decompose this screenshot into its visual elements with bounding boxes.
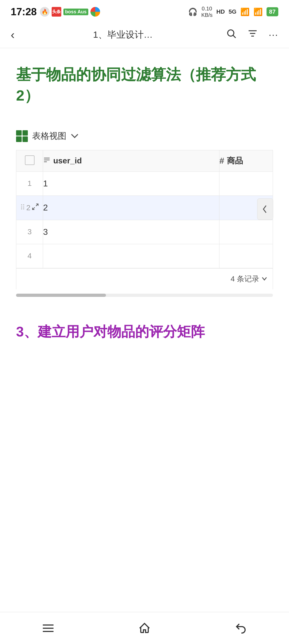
headphone-icon: 🎧 bbox=[188, 7, 197, 16]
bottom-nav bbox=[0, 612, 289, 644]
number-type-icon: # bbox=[219, 156, 224, 166]
status-icons: 🔥 头条 boss Aus bbox=[40, 7, 100, 17]
data-table: user_id # 商品 1 bbox=[16, 150, 273, 268]
svg-point-0 bbox=[228, 30, 234, 36]
horizontal-scrollbar[interactable] bbox=[16, 289, 273, 301]
row-number-1: 1 bbox=[16, 171, 43, 195]
cell-user-id-1[interactable]: 1 bbox=[43, 171, 219, 195]
table-view-header[interactable]: 表格视图 bbox=[16, 128, 273, 145]
row-number-2: ⠿ 2 bbox=[16, 195, 43, 220]
records-dropdown-icon[interactable] bbox=[261, 275, 267, 282]
back-nav-button[interactable] bbox=[225, 618, 257, 639]
cell-product-4[interactable] bbox=[219, 244, 273, 268]
table-row: ⠿ 2 bbox=[16, 195, 273, 220]
status-right: 🎧 0.10KB/s HD 5G 📶 📶 87 bbox=[188, 5, 278, 18]
table-view-grid-icon bbox=[16, 130, 28, 142]
records-footer: 4 条记录 bbox=[16, 268, 273, 289]
nav-bar: ‹ 1、毕业设计… ··· bbox=[0, 21, 289, 48]
cell-product-1[interactable] bbox=[219, 171, 273, 195]
5g-icon: 5G bbox=[229, 8, 236, 15]
table-row: 1 1 bbox=[16, 171, 273, 195]
records-count[interactable]: 4 条记录 bbox=[231, 274, 267, 284]
menu-button[interactable] bbox=[32, 618, 64, 639]
cell-user-id-4[interactable] bbox=[43, 244, 219, 268]
flame-icon: 🔥 bbox=[40, 7, 50, 17]
text-type-icon bbox=[43, 156, 51, 166]
svg-line-1 bbox=[233, 36, 235, 38]
expand-row-icon[interactable] bbox=[32, 203, 39, 212]
row-number-3: 3 bbox=[16, 220, 43, 244]
signal-icon: 📶 bbox=[240, 7, 250, 16]
page-title: 1、毕业设计… bbox=[20, 29, 226, 41]
collapse-panel-button[interactable] bbox=[257, 198, 273, 220]
scrollbar-thumb[interactable] bbox=[16, 294, 106, 297]
more-button[interactable]: ··· bbox=[269, 29, 278, 40]
wifi-icon: 📶 bbox=[253, 7, 263, 16]
cell-user-id-3[interactable]: 3 bbox=[43, 220, 219, 244]
table-header-row: user_id # 商品 bbox=[16, 150, 273, 171]
th-product[interactable]: # 商品 bbox=[219, 150, 273, 171]
main-content: 基于物品的协同过滤算法（推荐方式2） 表格视图 bbox=[0, 48, 289, 400]
headline-icon: 头条 bbox=[52, 7, 61, 17]
back-button[interactable]: ‹ bbox=[11, 28, 20, 41]
section-2-title: 基于物品的协同过滤算法（推荐方式2） bbox=[16, 64, 273, 106]
th-user-id-label: user_id bbox=[53, 156, 82, 165]
table-view-label: 表格视图 bbox=[32, 130, 66, 142]
status-time: 17:28 bbox=[11, 6, 37, 18]
search-button[interactable] bbox=[226, 28, 237, 41]
th-user-id[interactable]: user_id bbox=[43, 150, 219, 171]
filter-button[interactable] bbox=[247, 28, 258, 41]
drag-handle-icon[interactable]: ⠿ bbox=[20, 204, 25, 212]
svg-line-8 bbox=[36, 204, 38, 206]
table-row: 3 3 bbox=[16, 220, 273, 244]
scrollbar-track bbox=[16, 294, 273, 297]
network-speed: 0.10KB/s bbox=[201, 5, 212, 18]
th-product-label: 商品 bbox=[227, 155, 243, 166]
th-checkbox[interactable] bbox=[16, 150, 43, 171]
boss-icon: boss Aus bbox=[63, 9, 88, 15]
grid-color-icon bbox=[90, 7, 100, 17]
section-3-title: 3、建立用户对物品的评分矩阵 bbox=[16, 323, 273, 341]
table-container: user_id # 商品 1 bbox=[16, 150, 273, 268]
hd-icon: HD bbox=[216, 8, 225, 15]
svg-line-9 bbox=[32, 208, 35, 210]
row-number-4: 4 bbox=[16, 244, 43, 268]
status-left: 17:28 🔥 头条 boss Aus bbox=[11, 6, 100, 18]
checkbox-select-all[interactable] bbox=[25, 155, 35, 165]
battery-indicator: 87 bbox=[267, 7, 278, 16]
cell-product-3[interactable] bbox=[219, 220, 273, 244]
table-row: 4 bbox=[16, 244, 273, 268]
status-bar: 17:28 🔥 头条 boss Aus 🎧 0.10KB/s HD 5G 📶 📶… bbox=[0, 0, 289, 21]
nav-actions: ··· bbox=[226, 28, 278, 41]
home-button[interactable] bbox=[128, 618, 161, 639]
cell-user-id-2[interactable]: 2 bbox=[43, 195, 219, 220]
table-view-chevron-icon[interactable] bbox=[71, 132, 79, 140]
